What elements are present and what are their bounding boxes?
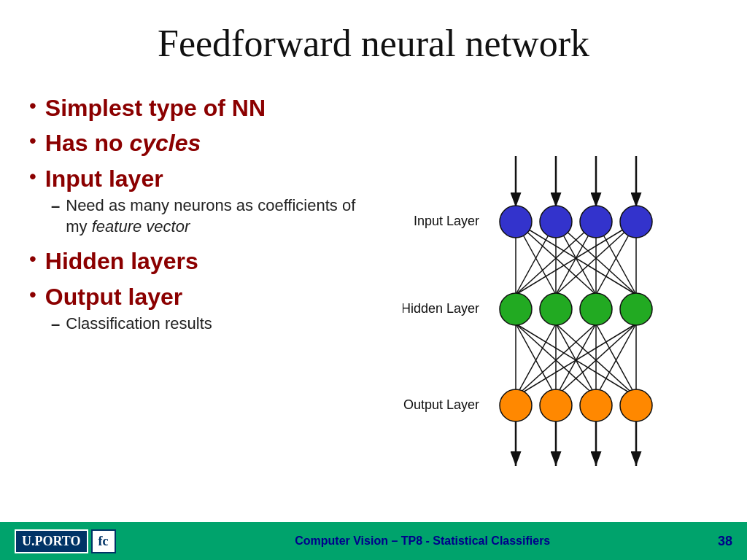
svg-point-42 — [540, 206, 572, 238]
slide-title: Feedforward neural network — [29, 22, 718, 65]
sub-text: Classification results — [66, 314, 212, 335]
list-item: • Input layer – Need as many neurons as … — [29, 165, 365, 241]
bullet-text: Output layer — [45, 283, 182, 311]
list-item: • Output layer – Classification results — [29, 283, 365, 338]
content-area: • Simplest type of NN • Has no cycles • … — [0, 79, 747, 560]
list-item: • Has no cycles — [29, 129, 365, 157]
input-layer-label: Input Layer — [414, 214, 479, 228]
bullet-dot: • — [29, 96, 36, 116]
left-panel: • Simplest type of NN • Has no cycles • … — [29, 87, 365, 560]
nn-svg: Input Layer Hidden Layer Output Layer — [403, 141, 680, 491]
svg-point-48 — [620, 293, 652, 325]
svg-point-41 — [500, 206, 532, 238]
logo-fc: fc — [91, 529, 116, 553]
svg-point-49 — [500, 389, 532, 421]
slide: Feedforward neural network • Simplest ty… — [0, 0, 747, 560]
svg-point-51 — [580, 389, 612, 421]
nn-diagram: Input Layer Hidden Layer Output Layer — [403, 141, 680, 491]
sub-dash: – — [51, 315, 60, 334]
svg-point-44 — [620, 206, 652, 238]
sub-list: – Need as many neurons as coefficients o… — [51, 195, 365, 240]
bullet-dot: • — [29, 131, 36, 151]
bullet-text: Has no cycles — [45, 129, 201, 157]
bullet-text: Simplest type of NN — [45, 94, 266, 122]
sub-text: Need as many neurons as coefficients of … — [66, 195, 365, 237]
svg-point-50 — [540, 389, 572, 421]
sub-list: – Classification results — [51, 314, 212, 338]
hidden-layer-label: Hidden Layer — [403, 301, 479, 316]
svg-point-47 — [580, 293, 612, 325]
bullet-dot: • — [29, 166, 36, 187]
footer-logo: U.PORTO fc — [15, 529, 116, 553]
list-item: • Hidden layers — [29, 247, 365, 275]
sub-dash: – — [51, 197, 60, 216]
list-item: • Simplest type of NN — [29, 94, 365, 122]
logo-u-porto: U.PORTO — [15, 529, 88, 553]
bullet-text: Hidden layers — [45, 247, 198, 275]
bullet-text: Input layer — [45, 165, 163, 192]
bullet-dot: • — [29, 284, 36, 305]
svg-point-46 — [540, 293, 572, 325]
svg-point-45 — [500, 293, 532, 325]
svg-point-43 — [580, 206, 612, 238]
bullet-list: • Simplest type of NN • Has no cycles • … — [29, 94, 365, 338]
footer-course-title: Computer Vision – TP8 - Statistical Clas… — [128, 534, 718, 548]
footer-page-number: 38 — [718, 534, 732, 549]
list-item: – Need as many neurons as coefficients o… — [51, 195, 365, 237]
bullet-dot: • — [29, 249, 36, 269]
footer: U.PORTO fc Computer Vision – TP8 - Stati… — [0, 522, 747, 560]
title-area: Feedforward neural network — [0, 0, 747, 79]
output-layer-label: Output Layer — [403, 397, 479, 412]
svg-point-52 — [620, 389, 652, 421]
list-item: – Classification results — [51, 314, 212, 335]
right-panel: Input Layer Hidden Layer Output Layer — [365, 87, 718, 560]
